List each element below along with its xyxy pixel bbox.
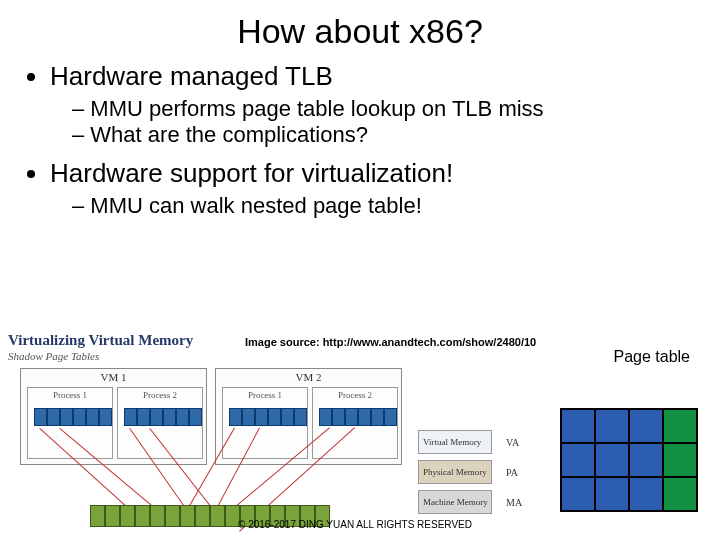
bullet-1-1: MMU performs page table lookup on TLB mi… [72,96,700,122]
image-source: Image source: http://www.anandtech.com/s… [245,336,536,348]
diagram-area: Virtualizing Virtual Memory Shadow Page … [0,330,720,540]
legend-virtual: Virtual Memory [418,430,492,454]
bullet-1: Hardware managed TLB [50,61,700,92]
proc-label: Process 1 [223,390,307,400]
copyright: © 2016-2017 DING YUAN ALL RIGHTS RESERVE… [238,519,472,530]
legend-pa: PA [506,467,518,478]
vm1-proc2: Process 2 [117,387,203,459]
legend-va: VA [506,437,519,448]
proc-label: Process 2 [118,390,202,400]
proc-label: Process 1 [28,390,112,400]
slide-title: How about x86? [20,12,700,51]
diagram-subtitle: Shadow Page Tables [8,350,99,362]
vm2-label: VM 2 [216,371,401,383]
legend-ma: MA [506,497,522,508]
diagram-title: Virtualizing Virtual Memory [8,332,193,349]
bullet-2-1: MMU can walk nested page table! [72,193,700,219]
vm2-proc1: Process 1 [222,387,308,459]
legend-physical: Physical Memory [418,460,492,484]
vm1-proc1: Process 1 [27,387,113,459]
bullet-2: Hardware support for virtualization! [50,158,700,189]
vm1-box: VM 1 Process 1 Process 2 [20,368,207,465]
page-table-grid [560,408,698,512]
proc-label: Process 2 [313,390,397,400]
vm2-box: VM 2 Process 1 Process 2 [215,368,402,465]
page-table-label: Page table [613,348,690,366]
legend-machine: Machine Memory [418,490,492,514]
vm2-proc2: Process 2 [312,387,398,459]
bullet-list: Hardware managed TLB MMU performs page t… [20,61,700,219]
bullet-1-2: What are the complications? [72,122,700,148]
vm1-label: VM 1 [21,371,206,383]
legend: Virtual Memory VA Physical Memory PA Mac… [418,430,522,520]
